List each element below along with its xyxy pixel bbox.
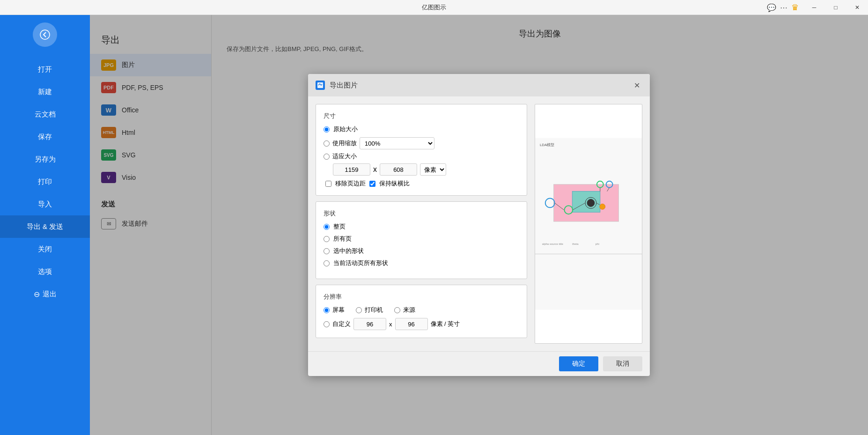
back-button[interactable]	[33, 22, 57, 47]
modal-title: 导出图片	[330, 81, 358, 90]
adapt-radio[interactable]	[324, 154, 330, 160]
selected-shapes-label[interactable]: 选中的形状	[333, 247, 364, 255]
sidebar-item-open[interactable]: 打开	[0, 58, 90, 81]
unit-select[interactable]: 像素 厘米 英寸	[420, 163, 446, 176]
preview-svg: LDA模型	[535, 104, 642, 343]
selected-shapes-radio[interactable]	[324, 248, 330, 254]
height-input[interactable]	[380, 163, 417, 176]
sidebar-item-close[interactable]: 关闭	[0, 238, 90, 260]
svg-point-10	[600, 204, 605, 209]
checkbox-row: 移除页边距 保持纵横比	[325, 179, 519, 188]
preview-container: LDA模型	[535, 104, 642, 343]
svg-text:phi: phi	[596, 243, 599, 245]
close-button[interactable]: ✕	[846, 0, 868, 15]
title-bar-icons: 💬 ⋯ ♛	[767, 0, 802, 15]
sidebar-item-saveas[interactable]: 另存为	[0, 148, 90, 170]
res-unit-label: 像素 / 英寸	[431, 320, 460, 328]
all-pages-row: 所有页	[324, 235, 519, 243]
sidebar-item-options[interactable]: 选项	[0, 260, 90, 283]
resolution-options-row: 屏幕 打印机 来源	[324, 306, 519, 314]
modal-close-button[interactable]: ✕	[631, 80, 642, 91]
size-section-label: 尺寸	[324, 112, 519, 120]
resolution-section-label: 分辨率	[324, 293, 519, 301]
screen-radio[interactable]	[324, 307, 330, 313]
scale-label[interactable]: 使用缩放	[332, 139, 357, 147]
res-y-input[interactable]	[395, 318, 428, 330]
sidebar-item-import[interactable]: 导入	[0, 193, 90, 215]
keep-ratio-label[interactable]: 保持纵横比	[379, 179, 410, 188]
custom-radio[interactable]	[324, 321, 330, 327]
svg-text:alpha source title: alpha source title	[542, 243, 564, 245]
scale-select[interactable]: 100%	[360, 137, 434, 149]
original-size-row: 原始大小	[324, 125, 519, 133]
selected-shapes-row: 选中的形状	[324, 247, 519, 255]
all-pages-label[interactable]: 所有页	[333, 235, 352, 243]
svg-rect-1	[317, 82, 323, 88]
svg-point-8	[587, 199, 595, 206]
minimize-button[interactable]: ─	[803, 0, 825, 15]
modal-app-icon	[316, 81, 325, 90]
svg-rect-2	[535, 138, 642, 310]
printer-radio[interactable]	[356, 307, 362, 313]
preview-panel: LDA模型	[535, 104, 642, 344]
svg-point-0	[40, 30, 50, 39]
current-page-radio[interactable]	[324, 260, 330, 266]
sidebar-item-cloud[interactable]: 云文档	[0, 103, 90, 125]
source-label[interactable]: 来源	[403, 306, 415, 314]
window-title: 亿图图示	[422, 3, 446, 12]
res-x-input[interactable]	[353, 318, 386, 330]
chat-icon[interactable]: 💬	[767, 3, 776, 12]
scale-radio[interactable]	[324, 140, 330, 147]
width-input[interactable]	[333, 163, 370, 176]
confirm-button[interactable]: 确定	[559, 356, 598, 371]
modal-header: 导出图片 ✕	[308, 74, 650, 96]
whole-page-row: 整页	[324, 222, 519, 231]
adapt-row: 适应大小	[324, 152, 519, 161]
svg-text:theta: theta	[572, 243, 579, 245]
keep-ratio-checkbox[interactable]	[369, 181, 375, 187]
svg-rect-5	[572, 192, 600, 213]
sidebar: 打开 新建 云文档 保存 另存为 打印 导入 导出 & 发送 关闭 选项 ⊖ 退…	[0, 15, 90, 435]
resolution-section: 分辨率 屏幕 打印机 来源	[316, 285, 527, 338]
modal-title-row: 导出图片	[316, 81, 358, 90]
custom-label[interactable]: 自定义	[332, 320, 351, 328]
original-size-label[interactable]: 原始大小	[333, 125, 358, 133]
custom-res-row: 自定义 x 像素 / 英寸	[324, 318, 519, 330]
modal-footer: 确定 取消	[308, 351, 650, 376]
cancel-button[interactable]: 取消	[603, 356, 642, 371]
whole-page-label[interactable]: 整页	[333, 222, 346, 231]
modal-left-section: 尺寸 原始大小 使用缩放 100%	[316, 104, 527, 344]
sidebar-item-new[interactable]: 新建	[0, 81, 90, 103]
current-page-label[interactable]: 当前活动页所有形状	[333, 259, 388, 267]
size-inputs-row: x 像素 厘米 英寸	[333, 163, 519, 176]
remove-margin-label[interactable]: 移除页边距	[335, 179, 366, 188]
sidebar-item-print[interactable]: 打印	[0, 170, 90, 193]
maximize-button[interactable]: □	[825, 0, 846, 15]
sidebar-item-exit[interactable]: ⊖ 退出	[0, 283, 90, 305]
export-image-modal: 导出图片 ✕ 尺寸 原始大小 使用缩放	[308, 74, 650, 376]
more-icon[interactable]: ⋯	[780, 3, 787, 12]
shape-section: 形状 整页 所有页 选中的形状	[316, 201, 527, 279]
adapt-label[interactable]: 适应大小	[332, 152, 357, 161]
current-page-row: 当前活动页所有形状	[324, 259, 519, 267]
sidebar-item-save[interactable]: 保存	[0, 125, 90, 148]
original-size-radio[interactable]	[324, 126, 330, 133]
modal-overlay: 导出图片 ✕ 尺寸 原始大小 使用缩放	[90, 15, 868, 435]
screen-label[interactable]: 屏幕	[332, 306, 345, 314]
main-area: 导出 JPG 图片 PDF PDF, PS, EPS W Office HTML…	[90, 15, 868, 435]
title-bar: 亿图图示 💬 ⋯ ♛ ─ □ ✕	[0, 0, 868, 15]
crown-icon[interactable]: ♛	[791, 2, 799, 13]
scale-row: 使用缩放 100%	[324, 137, 519, 149]
printer-label[interactable]: 打印机	[365, 306, 383, 314]
sidebar-item-export[interactable]: 导出 & 发送	[0, 215, 90, 238]
remove-margin-checkbox[interactable]	[325, 181, 331, 187]
modal-body: 尺寸 原始大小 使用缩放 100%	[308, 96, 650, 351]
size-section: 尺寸 原始大小 使用缩放 100%	[316, 104, 527, 196]
svg-text:LDA模型: LDA模型	[540, 143, 554, 147]
whole-page-radio[interactable]	[324, 224, 330, 230]
all-pages-radio[interactable]	[324, 236, 330, 242]
exit-icon: ⊖	[34, 290, 40, 299]
source-radio[interactable]	[394, 307, 400, 313]
shape-section-label: 形状	[324, 209, 519, 218]
window-controls: ─ □ ✕	[803, 0, 868, 15]
